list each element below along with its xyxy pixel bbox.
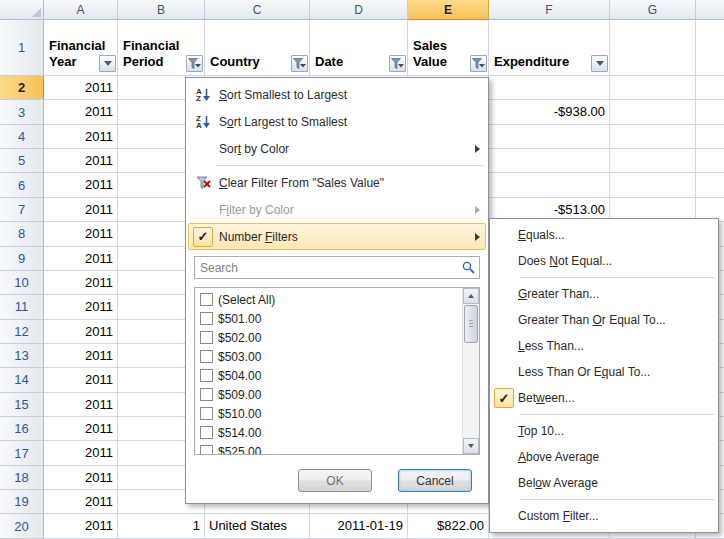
menu-item-number-filters[interactable]: ✓Number Filters — [188, 223, 486, 250]
cell-A18[interactable]: 2011 — [44, 466, 118, 490]
cell-G4[interactable] — [610, 125, 696, 149]
row-header-8[interactable]: 8 — [0, 222, 44, 246]
row-header-20[interactable]: 20 — [0, 514, 44, 538]
search-box[interactable] — [194, 256, 480, 279]
cell-E20[interactable]: $822.00 — [408, 514, 489, 538]
submenu-item-greater-than-or-equal-to[interactable]: Greater Than Or Equal To... — [490, 307, 718, 333]
filter-value-502-00[interactable]: $502.00 — [195, 328, 462, 347]
cell-A2[interactable]: 2011 — [44, 76, 118, 100]
column-header-D[interactable]: D — [310, 0, 408, 20]
row-header-10[interactable]: 10 — [0, 271, 44, 295]
column-header-F[interactable]: F — [489, 0, 610, 20]
cell-A15[interactable]: 2011 — [44, 393, 118, 417]
search-icon[interactable] — [457, 261, 479, 274]
cell-A7[interactable]: 2011 — [44, 198, 118, 222]
cell-F6[interactable] — [489, 173, 610, 197]
checkbox[interactable] — [200, 445, 213, 455]
column-header-partial[interactable] — [696, 0, 724, 20]
scroll-up-button[interactable] — [463, 288, 479, 304]
cell-F2[interactable] — [489, 76, 610, 100]
cancel-button[interactable]: Cancel — [398, 469, 472, 492]
cell-A19[interactable]: 2011 — [44, 490, 118, 514]
submenu-item-less-than-or-equal-to[interactable]: Less Than Or Equal To... — [490, 359, 718, 385]
row-header-14[interactable]: 14 — [0, 368, 44, 392]
select-all-button[interactable] — [0, 0, 44, 20]
scroll-thumb[interactable] — [464, 305, 478, 343]
submenu-item-greater-than[interactable]: Greater Than... — [490, 281, 718, 307]
cell-A11[interactable]: 2011 — [44, 295, 118, 319]
cell-G3[interactable] — [610, 100, 696, 124]
filter-value-509-00[interactable]: $509.00 — [195, 385, 462, 404]
checkbox[interactable] — [200, 369, 213, 382]
cell-A12[interactable]: 2011 — [44, 320, 118, 344]
cell-A13[interactable]: 2011 — [44, 344, 118, 368]
cell-B20[interactable]: 1 — [118, 514, 205, 538]
header-cell-G1[interactable] — [610, 20, 696, 76]
cell-H5[interactable] — [696, 149, 724, 173]
checkbox[interactable] — [200, 312, 213, 325]
header-cell-B1[interactable]: FinancialPeriod — [118, 20, 205, 76]
row-header-1[interactable]: 1 — [0, 20, 44, 76]
row-header-7[interactable]: 7 — [0, 198, 44, 222]
filter-dropdown-button-F[interactable] — [591, 55, 608, 72]
cell-F4[interactable] — [489, 125, 610, 149]
header-cell-F1[interactable]: Expenditure — [489, 20, 610, 76]
menu-item-sort-largest-to-smallest[interactable]: ZASort Largest to Smallest — [188, 108, 486, 135]
cell-H2[interactable] — [696, 76, 724, 100]
submenu-item-below-average[interactable]: Below Average — [490, 470, 718, 496]
row-header-16[interactable]: 16 — [0, 417, 44, 441]
filter-value-504-00[interactable]: $504.00 — [195, 366, 462, 385]
row-header-13[interactable]: 13 — [0, 344, 44, 368]
filter-value-501-00[interactable]: $501.00 — [195, 309, 462, 328]
row-header-11[interactable]: 11 — [0, 295, 44, 319]
cell-G5[interactable] — [610, 149, 696, 173]
row-header-18[interactable]: 18 — [0, 466, 44, 490]
menu-item-sort-smallest-to-largest[interactable]: AZSort Smallest to Largest — [188, 81, 486, 108]
cell-C20[interactable]: United States — [205, 514, 310, 538]
cell-A16[interactable]: 2011 — [44, 417, 118, 441]
cell-A9[interactable]: 2011 — [44, 247, 118, 271]
row-header-9[interactable]: 9 — [0, 247, 44, 271]
submenu-item-above-average[interactable]: Above Average — [490, 444, 718, 470]
cell-G2[interactable] — [610, 76, 696, 100]
ok-button[interactable]: OK — [298, 469, 372, 492]
cell-F3[interactable]: -$938.00 — [489, 100, 610, 124]
column-header-A[interactable]: A — [44, 0, 118, 20]
cell-H3[interactable] — [696, 100, 724, 124]
cell-D20[interactable]: 2011-01-19 — [310, 514, 408, 538]
row-header-17[interactable]: 17 — [0, 441, 44, 465]
submenu-item-top-10[interactable]: Top 10... — [490, 418, 718, 444]
cell-A6[interactable]: 2011 — [44, 173, 118, 197]
row-header-3[interactable]: 3 — [0, 100, 44, 124]
cell-A5[interactable]: 2011 — [44, 149, 118, 173]
row-header-6[interactable]: 6 — [0, 173, 44, 197]
filter-value-510-00[interactable]: $510.00 — [195, 404, 462, 423]
filter-value-select-all[interactable]: (Select All) — [195, 290, 462, 309]
column-header-B[interactable]: B — [118, 0, 205, 20]
cell-A4[interactable]: 2011 — [44, 125, 118, 149]
cell-H4[interactable] — [696, 125, 724, 149]
row-header-15[interactable]: 15 — [0, 393, 44, 417]
listbox-scrollbar[interactable] — [462, 288, 479, 454]
header-cell-D1[interactable]: Date — [310, 20, 408, 76]
menu-item-sort-by-color[interactable]: Sort by Color — [188, 135, 486, 162]
filter-dropdown-button-A[interactable] — [99, 55, 116, 72]
submenu-item-less-than[interactable]: Less Than... — [490, 333, 718, 359]
row-header-5[interactable]: 5 — [0, 149, 44, 173]
cell-A8[interactable]: 2011 — [44, 222, 118, 246]
cell-A20[interactable]: 2011 — [44, 514, 118, 538]
row-header-12[interactable]: 12 — [0, 320, 44, 344]
filter-funnel-button-E[interactable] — [470, 55, 487, 72]
submenu-item-between[interactable]: ✓Between... — [490, 385, 718, 411]
header-cell-C1[interactable]: Country — [205, 20, 310, 76]
filter-funnel-button-C[interactable] — [291, 55, 308, 72]
menu-item-filter-by-color[interactable]: Filter by Color — [188, 196, 486, 223]
row-header-4[interactable]: 4 — [0, 125, 44, 149]
header-cell-E1[interactable]: SalesValue — [408, 20, 489, 76]
cell-A10[interactable]: 2011 — [44, 271, 118, 295]
filter-value-514-00[interactable]: $514.00 — [195, 423, 462, 442]
checkbox[interactable] — [200, 407, 213, 420]
cell-A3[interactable]: 2011 — [44, 100, 118, 124]
cell-A14[interactable]: 2011 — [44, 368, 118, 392]
checkbox[interactable] — [200, 350, 213, 363]
